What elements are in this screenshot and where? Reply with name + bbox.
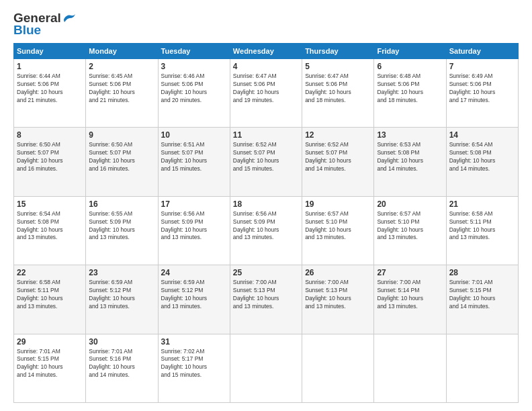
day-detail: Sunrise: 6:50 AM Sunset: 5:07 PM Dayligh… [17,141,83,173]
daylight-minutes: and 21 minutes. [89,97,129,103]
day-detail: Sunrise: 6:58 AM Sunset: 5:11 PM Dayligh… [17,279,83,311]
day-number: 29 [17,337,83,347]
daylight-label: Daylight: 10 hours [377,157,423,164]
sunset-label: Sunset: 5:07 PM [233,149,275,156]
daylight-label: Daylight: 10 hours [377,226,423,233]
sunset-label: Sunset: 5:09 PM [89,218,131,225]
day-number: 25 [233,268,299,277]
sunset-label: Sunset: 5:06 PM [233,81,275,87]
day-detail: Sunrise: 6:46 AM Sunset: 5:06 PM Dayligh… [161,73,227,105]
day-number: 30 [89,337,154,347]
daylight-minutes: and 16 minutes. [17,165,57,172]
daylight-label: Daylight: 10 hours [17,226,63,233]
sunset-label: Sunset: 5:07 PM [161,149,204,156]
calendar-cell: 22 Sunrise: 6:58 AM Sunset: 5:11 PM Dayl… [14,265,86,334]
daylight-label: Daylight: 10 hours [305,89,351,95]
calendar-cell: 20 Sunrise: 6:57 AM Sunset: 5:10 PM Dayl… [374,196,446,265]
sunrise-label: Sunrise: 6:52 AM [305,141,349,148]
sunset-label: Sunset: 5:13 PM [305,287,347,293]
daylight-minutes: and 13 minutes. [377,234,417,240]
sunrise-label: Sunrise: 7:00 AM [233,279,277,285]
daylight-minutes: and 16 minutes. [89,165,129,172]
day-number: 20 [377,199,443,209]
sunrise-label: Sunrise: 6:54 AM [449,141,493,148]
day-detail: Sunrise: 6:44 AM Sunset: 5:06 PM Dayligh… [17,73,83,105]
sunrise-label: Sunrise: 7:02 AM [161,348,205,355]
sunset-label: Sunset: 5:11 PM [17,287,59,293]
sunrise-label: Sunrise: 7:01 AM [17,348,60,355]
day-number: 17 [161,199,227,209]
day-number: 26 [305,268,371,277]
sunset-label: Sunset: 5:16 PM [89,355,131,362]
sunset-label: Sunset: 5:12 PM [89,287,131,293]
calendar-cell: 14 Sunrise: 6:54 AM Sunset: 5:08 PM Dayl… [446,128,518,196]
sunset-label: Sunset: 5:17 PM [161,355,204,362]
daylight-label: Daylight: 10 hours [305,157,351,164]
day-detail: Sunrise: 7:01 AM Sunset: 5:15 PM Dayligh… [17,348,83,380]
sunset-label: Sunset: 5:10 PM [305,218,347,225]
calendar-header-friday: Friday [374,44,446,59]
day-number: 18 [233,199,299,209]
daylight-minutes: and 14 minutes. [17,371,57,378]
day-detail: Sunrise: 6:47 AM Sunset: 5:06 PM Dayligh… [233,73,299,105]
day-number: 7 [449,62,515,71]
daylight-label: Daylight: 10 hours [449,89,496,95]
daylight-minutes: and 15 minutes. [161,371,202,378]
daylight-label: Daylight: 10 hours [449,295,496,302]
sunset-label: Sunset: 5:07 PM [17,149,59,156]
sunset-label: Sunset: 5:09 PM [233,218,275,225]
day-detail: Sunrise: 6:48 AM Sunset: 5:06 PM Dayligh… [377,73,443,105]
calendar-cell: 8 Sunrise: 6:50 AM Sunset: 5:07 PM Dayli… [14,128,86,196]
sunrise-label: Sunrise: 6:58 AM [449,210,493,217]
sunset-label: Sunset: 5:09 PM [161,218,204,225]
sunset-label: Sunset: 5:06 PM [89,81,131,87]
sunrise-label: Sunrise: 6:50 AM [17,141,60,148]
daylight-minutes: and 15 minutes. [161,165,202,172]
header: General Blue [13,11,519,38]
day-number: 9 [89,130,154,140]
daylight-minutes: and 14 minutes. [377,165,417,172]
calendar-header-wednesday: Wednesday [230,44,302,59]
daylight-label: Daylight: 10 hours [305,226,351,233]
day-number: 23 [89,268,154,277]
daylight-label: Daylight: 10 hours [161,295,208,302]
sunrise-label: Sunrise: 6:56 AM [161,210,205,217]
day-detail: Sunrise: 6:58 AM Sunset: 5:11 PM Dayligh… [449,210,515,242]
calendar-cell: 26 Sunrise: 7:00 AM Sunset: 5:13 PM Dayl… [302,265,374,334]
calendar-cell: 6 Sunrise: 6:48 AM Sunset: 5:06 PM Dayli… [374,59,446,128]
day-detail: Sunrise: 6:52 AM Sunset: 5:07 PM Dayligh… [305,141,371,173]
calendar-cell: 17 Sunrise: 6:56 AM Sunset: 5:09 PM Dayl… [158,196,230,265]
daylight-minutes: and 18 minutes. [305,97,345,103]
day-number: 6 [377,62,443,71]
daylight-minutes: and 13 minutes. [305,303,345,310]
day-detail: Sunrise: 6:51 AM Sunset: 5:07 PM Dayligh… [161,141,227,173]
day-detail: Sunrise: 6:55 AM Sunset: 5:09 PM Dayligh… [89,210,154,242]
daylight-label: Daylight: 10 hours [377,89,423,95]
daylight-minutes: and 14 minutes. [449,303,490,310]
day-number: 13 [377,130,443,140]
sunrise-label: Sunrise: 6:57 AM [377,210,420,217]
daylight-minutes: and 14 minutes. [305,165,345,172]
calendar-week-row: 29 Sunrise: 7:01 AM Sunset: 5:15 PM Dayl… [14,334,519,402]
day-detail: Sunrise: 6:54 AM Sunset: 5:08 PM Dayligh… [449,141,515,173]
daylight-label: Daylight: 10 hours [17,89,63,95]
calendar-cell: 28 Sunrise: 7:01 AM Sunset: 5:15 PM Dayl… [446,265,518,334]
sunrise-label: Sunrise: 7:01 AM [449,279,493,285]
calendar-header-monday: Monday [86,44,158,59]
daylight-label: Daylight: 10 hours [161,157,208,164]
calendar-week-row: 8 Sunrise: 6:50 AM Sunset: 5:07 PM Dayli… [14,128,519,196]
day-detail: Sunrise: 7:00 AM Sunset: 5:13 PM Dayligh… [305,279,371,311]
sunrise-label: Sunrise: 6:45 AM [89,73,132,79]
daylight-minutes: and 14 minutes. [89,371,129,378]
calendar-cell [302,334,374,402]
day-detail: Sunrise: 6:47 AM Sunset: 5:06 PM Dayligh… [305,73,371,105]
daylight-minutes: and 13 minutes. [305,234,345,240]
sunrise-label: Sunrise: 6:59 AM [89,279,132,285]
sunrise-label: Sunrise: 6:44 AM [17,73,60,79]
sunset-label: Sunset: 5:14 PM [377,287,419,293]
sunset-label: Sunset: 5:08 PM [377,149,419,156]
sunset-label: Sunset: 5:06 PM [17,81,59,87]
day-detail: Sunrise: 6:45 AM Sunset: 5:06 PM Dayligh… [89,73,154,105]
sunrise-label: Sunrise: 6:59 AM [161,279,205,285]
sunset-label: Sunset: 5:15 PM [449,287,492,293]
